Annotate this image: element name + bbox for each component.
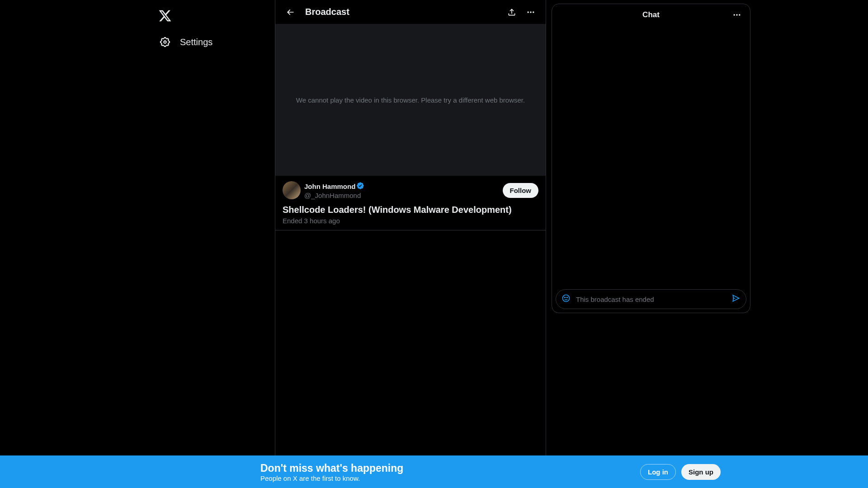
svg-point-2	[567, 297, 568, 298]
user-handle[interactable]: @_JohnHammond	[304, 192, 503, 199]
banner-title: Don't miss what's happening	[260, 462, 640, 474]
user-name[interactable]: John Hammond	[304, 183, 355, 190]
sidebar-item-label: Settings	[180, 37, 212, 47]
main-column: Broadcast We cannot play the video in th…	[275, 0, 546, 488]
emoji-icon	[561, 294, 571, 303]
more-button[interactable]	[523, 5, 538, 20]
share-button[interactable]	[504, 5, 519, 20]
chat-more-button[interactable]	[729, 7, 745, 23]
login-button[interactable]: Log in	[640, 464, 676, 480]
more-icon	[732, 10, 741, 19]
video-player: We cannot play the video in this browser…	[275, 24, 546, 176]
chat-input-bar	[556, 289, 746, 309]
right-column: Chat	[546, 0, 752, 488]
broadcast-title: Shellcode Loaders! (Windows Malware Deve…	[283, 205, 538, 215]
sidebar-item-settings[interactable]: Settings	[154, 31, 225, 53]
chat-input	[576, 296, 731, 303]
emoji-button[interactable]	[561, 294, 571, 305]
main-header: Broadcast	[275, 0, 546, 24]
avatar[interactable]	[283, 181, 301, 199]
arrow-left-icon	[286, 8, 295, 17]
gear-icon	[159, 36, 171, 48]
share-icon	[507, 8, 516, 17]
follow-button[interactable]: Follow	[503, 183, 539, 198]
verified-badge-icon	[356, 182, 364, 192]
broadcast-info: John Hammond @_JohnHammond Follow Shellc…	[275, 176, 546, 230]
x-logo-icon	[158, 9, 172, 23]
signup-banner: Don't miss what's happening People on X …	[0, 455, 868, 488]
chat-header: Chat	[552, 4, 750, 26]
broadcast-time: Ended 3 hours ago	[283, 217, 538, 225]
back-button[interactable]	[283, 5, 298, 20]
banner-subtitle: People on X are the first to know.	[260, 474, 640, 482]
send-icon	[731, 294, 741, 303]
more-icon	[526, 8, 535, 17]
svg-point-1	[565, 297, 566, 298]
x-logo[interactable]	[154, 5, 176, 27]
svg-point-0	[563, 295, 570, 302]
chat-title: Chat	[642, 10, 660, 19]
video-error-message: We cannot play the video in this browser…	[296, 96, 525, 104]
page-title: Broadcast	[305, 7, 504, 17]
chat-panel: Chat	[552, 4, 750, 313]
signup-button[interactable]: Sign up	[681, 464, 721, 480]
sidebar: Settings	[154, 0, 275, 488]
send-button[interactable]	[731, 294, 741, 305]
chat-messages	[552, 26, 750, 286]
